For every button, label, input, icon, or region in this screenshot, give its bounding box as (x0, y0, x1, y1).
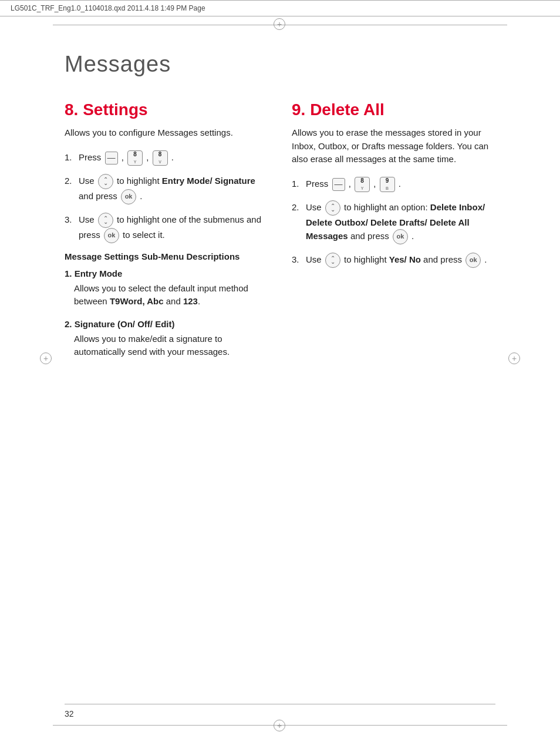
page-title: Messages (65, 52, 495, 77)
section9-heading: 9. Delete All (292, 100, 495, 119)
ok-icon: ok (104, 228, 119, 243)
sub-item2-title: 2. Signature (On/ Off/ Edit) (65, 319, 268, 329)
step-num: 2. (65, 174, 76, 204)
nav-icon (325, 200, 340, 216)
section9-step3: 3. Use to highlight Yes/ No and press ok… (292, 253, 495, 268)
step-content: Use to highlight Yes/ No and press ok . (306, 253, 495, 268)
nav-icon (98, 174, 113, 189)
step-num: 3. (65, 213, 76, 243)
reg-mark-top (274, 18, 285, 30)
step-content: Press — , 8 Y , 8 V . (79, 150, 268, 166)
right-column: 9. Delete All Allows you to erase the me… (292, 100, 495, 370)
ok-icon: ok (393, 229, 408, 244)
page-content: Messages 8. Settings Allows you to confi… (0, 16, 560, 417)
sub-item2-desc: Allows you to make/edit a signature to a… (74, 333, 268, 359)
reg-mark-bottom (274, 720, 285, 731)
reg-mark-left (40, 352, 52, 364)
step-content: Press — , 8 Y , 9 B . (306, 177, 495, 192)
step-content: Use to highlight an option: Delete Inbox… (306, 200, 495, 244)
dash-key-icon: — (332, 178, 345, 191)
page-header: LG501C_TRF_Eng1.0_1104018.qxd 2011.4.18 … (0, 0, 560, 16)
nav-icon (325, 253, 340, 268)
section8-step2: 2. Use to highlight Entry Mode/ Signatur… (65, 174, 268, 204)
key8y-icon: 8 Y (355, 177, 370, 192)
step-content: Use to highlight one of the submenus and… (79, 213, 268, 243)
step-num: 1. (65, 150, 76, 166)
reg-mark-right (508, 352, 520, 364)
section9-step1: 1. Press — , 8 Y , 9 B . (292, 177, 495, 192)
nav-icon (98, 213, 113, 228)
key8y-icon: 8 Y (127, 150, 143, 166)
section8-intro: Allows you to configure Messages setting… (65, 126, 268, 140)
key8v-icon: 8 V (153, 150, 168, 166)
sub-section-title: Message Settings Sub-Menu Descriptions (65, 251, 268, 261)
step-num: 3. (292, 253, 303, 268)
section8-heading: 8. Settings (65, 100, 268, 119)
header-text: LG501C_TRF_Eng1.0_1104018.qxd 2011.4.18 … (11, 4, 205, 12)
page-number: 32 (65, 709, 74, 719)
dash-key-icon: — (105, 152, 118, 164)
sub-item1-title: 1. Entry Mode (65, 268, 268, 278)
step-num: 1. (292, 177, 303, 192)
step-num: 2. (292, 200, 303, 244)
ok-icon: ok (465, 253, 481, 268)
key9b-icon: 9 B (380, 177, 395, 192)
section9-intro: Allows you to erase the messages stored … (292, 126, 495, 166)
section8-step3: 3. Use to highlight one of the submenus … (65, 213, 268, 243)
section8-step1: 1. Press — , 8 Y , 8 V . (65, 150, 268, 166)
two-col-layout: 8. Settings Allows you to configure Mess… (65, 100, 495, 370)
left-column: 8. Settings Allows you to configure Mess… (65, 100, 268, 370)
ok-icon: ok (121, 189, 136, 204)
step-content: Use to highlight Entry Mode/ Signature a… (79, 174, 268, 204)
sub-item1-desc: Allows you to select the default input m… (74, 282, 268, 308)
page-footer: 32 (65, 704, 495, 719)
section9-step2: 2. Use to highlight an option: Delete In… (292, 200, 495, 244)
